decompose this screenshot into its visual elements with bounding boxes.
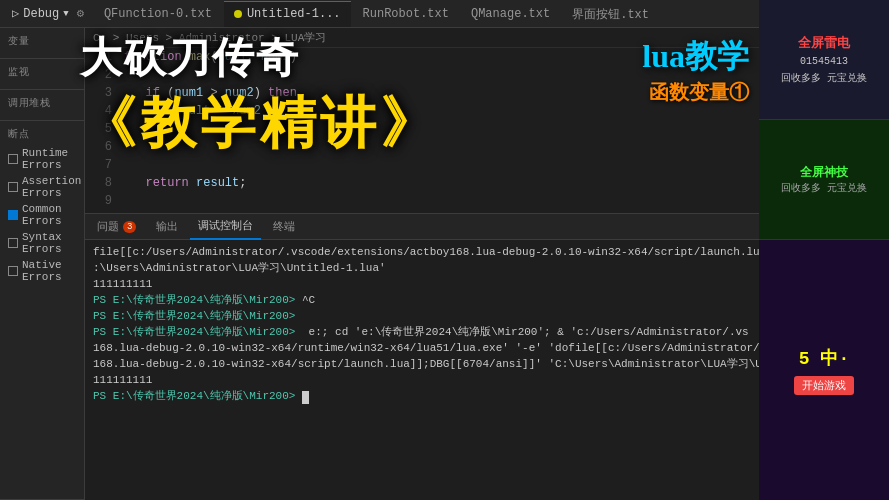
tab-dot-icon bbox=[234, 10, 242, 18]
ad2-title: 全屏神技 bbox=[800, 164, 848, 181]
debug-icon: ▷ bbox=[12, 6, 19, 21]
bp-native-cb bbox=[8, 266, 18, 276]
ad1-sub: 01545413 bbox=[800, 56, 848, 67]
callstack-title: 调用堆栈 bbox=[8, 96, 76, 110]
debug-tab[interactable]: ▷ Debug ▼ ⚙ bbox=[4, 6, 92, 21]
tab-qmanage-label: QManage.txt bbox=[471, 7, 550, 21]
tab-qfunction[interactable]: QFunction-0.txt bbox=[94, 1, 222, 27]
bp-common-cb bbox=[8, 210, 18, 220]
tab-debug-console-label: 调试控制台 bbox=[198, 218, 253, 233]
variables-section: 变量 bbox=[0, 28, 84, 59]
tab-output[interactable]: 输出 bbox=[148, 214, 186, 240]
ad1-title: 全屏雷电 bbox=[798, 34, 850, 52]
tab-untitled-label: Untitled-1... bbox=[247, 7, 341, 21]
tab-terminal[interactable]: 终端 bbox=[265, 214, 303, 240]
ad1-detail: 回收多多 元宝兑换 bbox=[781, 71, 867, 85]
bp-syntax-cb bbox=[8, 238, 18, 248]
tab-problems[interactable]: 问题 3 bbox=[89, 214, 144, 240]
bp-common-label: Common Errors bbox=[22, 203, 76, 227]
tab-problems-label: 问题 bbox=[97, 219, 119, 234]
bp-native[interactable]: Native Errors bbox=[8, 257, 76, 285]
tab-runrobot-label: RunRobot.txt bbox=[363, 7, 449, 21]
debug-chevron: ▼ bbox=[63, 9, 68, 19]
bp-assertion[interactable]: Assertion Errors bbox=[8, 173, 76, 201]
ad-block-2[interactable]: 全屏神技 回收多多 元宝兑换 bbox=[759, 120, 889, 240]
tab-terminal-label: 终端 bbox=[273, 219, 295, 234]
breakpoints-title: 断点 bbox=[8, 127, 76, 141]
debug-label: Debug bbox=[23, 7, 59, 21]
right-ads-overlay: 全屏雷电 01545413 回收多多 元宝兑换 全屏神技 回收多多 元宝兑换 5… bbox=[759, 0, 889, 500]
tab-interface-label: 界面按钮.txt bbox=[572, 6, 649, 23]
tab-interface[interactable]: 界面按钮.txt bbox=[562, 1, 659, 27]
left-sidebar: 变量 监视 调用堆栈 断点 Runtime Errors Assertion E… bbox=[0, 28, 85, 500]
bp-assertion-cb bbox=[8, 182, 18, 192]
watch-section: 监视 bbox=[0, 59, 84, 90]
bp-runtime-cb bbox=[8, 154, 18, 164]
bp-runtime-label: Runtime Errors bbox=[22, 147, 76, 171]
bp-syntax-label: Syntax Errors bbox=[22, 231, 76, 255]
variables-title: 变量 bbox=[8, 34, 76, 48]
ad2-sub: 回收多多 元宝兑换 bbox=[781, 181, 867, 195]
tab-runrobot[interactable]: RunRobot.txt bbox=[353, 1, 459, 27]
tab-qfunction-label: QFunction-0.txt bbox=[104, 7, 212, 21]
bp-assertion-label: Assertion Errors bbox=[22, 175, 81, 199]
callstack-section: 调用堆栈 bbox=[0, 90, 84, 121]
tab-output-label: 输出 bbox=[156, 219, 178, 234]
ad-block-3[interactable]: 5 中· 开始游戏 bbox=[759, 240, 889, 500]
breakpoints-section: 断点 Runtime Errors Assertion Errors Commo… bbox=[0, 121, 84, 500]
ad3-title: 5 中· bbox=[799, 346, 849, 370]
bp-common[interactable]: Common Errors bbox=[8, 201, 76, 229]
debug-gear[interactable]: ⚙ bbox=[77, 6, 84, 21]
ad-block-1[interactable]: 全屏雷电 01545413 回收多多 元宝兑换 bbox=[759, 0, 889, 120]
problems-badge: 3 bbox=[123, 221, 136, 233]
watch-title: 监视 bbox=[8, 65, 76, 79]
tab-untitled[interactable]: Untitled-1... bbox=[224, 1, 351, 27]
tab-qmanage[interactable]: QManage.txt bbox=[461, 1, 560, 27]
bp-runtime[interactable]: Runtime Errors bbox=[8, 145, 76, 173]
tab-bar: ▷ Debug ▼ ⚙ QFunction-0.txt Untitled-1..… bbox=[0, 0, 889, 28]
bp-syntax[interactable]: Syntax Errors bbox=[8, 229, 76, 257]
tab-debug-console[interactable]: 调试控制台 bbox=[190, 214, 261, 240]
line-numbers: 1 2 💡 3 4 5 6 7 8 9 10 11 12 13 1 bbox=[85, 48, 120, 213]
bp-native-label: Native Errors bbox=[22, 259, 76, 283]
ad3-button[interactable]: 开始游戏 bbox=[794, 376, 854, 395]
main-layout: 变量 监视 调用堆栈 断点 Runtime Errors Assertion E… bbox=[0, 28, 889, 500]
